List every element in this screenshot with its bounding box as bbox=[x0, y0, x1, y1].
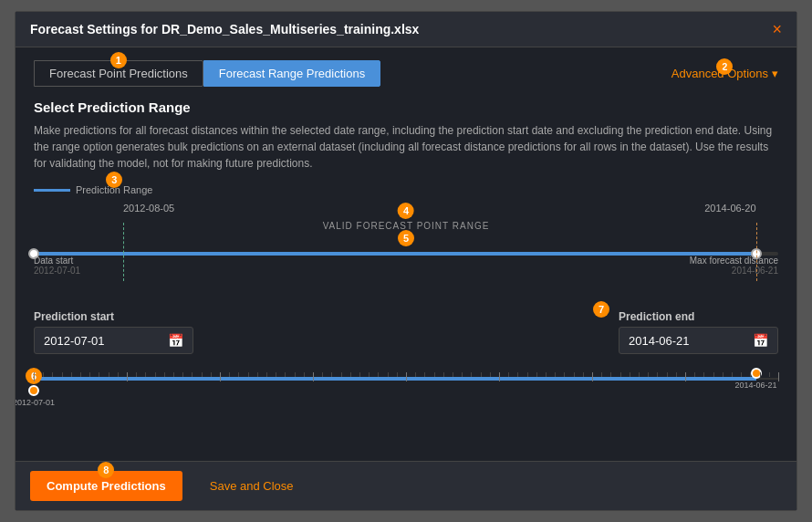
data-start-date: 2012-07-01 bbox=[34, 266, 80, 276]
prediction-range-label-row: 3 Prediction Range bbox=[34, 184, 778, 195]
modal-header: Forecast Settings for DR_Demo_Sales_Mult… bbox=[16, 12, 796, 47]
prediction-end-value: 2014-06-21 bbox=[629, 334, 745, 348]
timeline-track: 5 Data start 2012-07-01 Max forecast dis… bbox=[34, 239, 778, 268]
range-indicator bbox=[34, 189, 70, 192]
max-forecast-group: Max forecast distance 2014-06-21 bbox=[690, 256, 778, 276]
prediction-start-input[interactable]: 2012-07-01 📅 bbox=[34, 327, 193, 354]
tab-forecast-range[interactable]: Forecast Range Predictions bbox=[203, 60, 380, 87]
inputs-row: Prediction start 2012-07-01 📅 7 Predicti… bbox=[34, 310, 778, 354]
forecast-modal: Forecast Settings for DR_Demo_Sales_Mult… bbox=[15, 11, 797, 511]
calendar-end-icon[interactable]: 📅 bbox=[753, 333, 768, 348]
badge-1: 1 bbox=[110, 52, 127, 68]
save-and-close-button[interactable]: Save and Close bbox=[193, 471, 310, 501]
timeline-main: 2012-08-05 4 VALID FORECAST POINT RANGE … bbox=[34, 203, 778, 285]
badge-8: 8 bbox=[98, 462, 114, 478]
data-start-group: Data start 2012-07-01 bbox=[34, 256, 80, 276]
modal-title: Forecast Settings for DR_Demo_Sales_Mult… bbox=[30, 22, 419, 37]
prediction-start-group: Prediction start 2012-07-01 📅 bbox=[34, 310, 193, 354]
calendar-start-icon[interactable]: 📅 bbox=[168, 333, 183, 348]
thumb2-end[interactable]: 2014-06-21 bbox=[734, 368, 776, 390]
thumb2-end-handle[interactable] bbox=[751, 368, 762, 379]
tabs-row: 1 Forecast Point Predictions Forecast Ra… bbox=[34, 60, 778, 87]
prediction-end-label: Prediction end bbox=[619, 310, 778, 323]
data-start-label: Data start bbox=[34, 256, 73, 266]
thumb2-start-label: 2012-07-01 bbox=[16, 398, 55, 407]
track-fill bbox=[34, 252, 756, 256]
thumb2-start-handle[interactable] bbox=[28, 385, 39, 396]
valid-range-right-border bbox=[756, 223, 757, 281]
prediction-start-label: Prediction start bbox=[34, 310, 193, 323]
description-text: Make predictions for all forecast distan… bbox=[34, 122, 778, 172]
timeline-right-date: 2014-06-20 bbox=[704, 203, 755, 214]
badge-3: 3 bbox=[106, 172, 122, 188]
chevron-down-icon: ▾ bbox=[772, 67, 778, 80]
prediction-end-input[interactable]: 2014-06-21 📅 bbox=[619, 327, 778, 354]
tabs-container: 1 Forecast Point Predictions Forecast Ra… bbox=[34, 60, 380, 87]
prediction-start-value: 2012-07-01 bbox=[44, 334, 161, 348]
timeline2-fill bbox=[34, 377, 756, 381]
badge-6: 6 bbox=[26, 368, 42, 384]
modal-footer: 8 Compute Predictions Save and Close bbox=[16, 461, 796, 510]
badge-7: 7 bbox=[593, 301, 609, 318]
max-forecast-date: 2014-06-21 bbox=[732, 266, 778, 276]
modal-body: 1 Forecast Point Predictions Forecast Ra… bbox=[16, 47, 796, 461]
thumb2-end-label: 2014-06-21 bbox=[734, 381, 776, 390]
advanced-options-label: Advanced Options bbox=[671, 67, 768, 80]
prediction-end-group: 7 Prediction end 2014-06-21 📅 bbox=[619, 310, 778, 354]
thumb2-start[interactable]: 6 2012-07-01 bbox=[16, 368, 55, 407]
timeline-left-date: 2012-08-05 bbox=[123, 203, 174, 214]
section-title: Select Prediction Range bbox=[34, 99, 778, 115]
max-forecast-label: Max forecast distance bbox=[690, 256, 778, 266]
timeline2: // Ticks will be generated in JS below 6… bbox=[34, 365, 778, 402]
badge-5: 5 bbox=[398, 230, 414, 246]
compute-button-wrapper: 8 Compute Predictions bbox=[30, 471, 182, 501]
badge-4: 4 bbox=[398, 203, 414, 219]
valid-range-left-border bbox=[123, 223, 124, 281]
advanced-options-button[interactable]: Advanced Options ▾ bbox=[671, 67, 778, 80]
close-button[interactable]: × bbox=[772, 21, 782, 37]
